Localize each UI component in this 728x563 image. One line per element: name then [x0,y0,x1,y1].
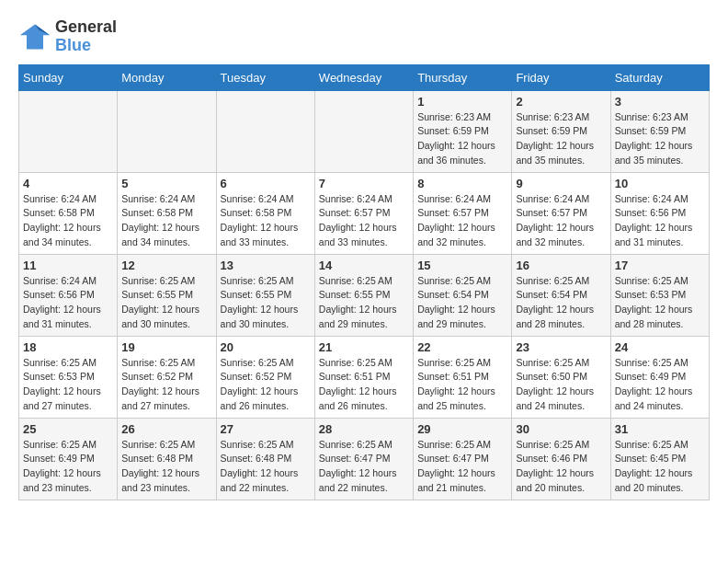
day-number: 1 [417,95,507,109]
day-info: Sunrise: 6:25 AMSunset: 6:46 PMDaylight:… [516,438,606,496]
day-info: Sunrise: 6:25 AMSunset: 6:48 PMDaylight:… [121,438,211,496]
day-number: 5 [121,177,211,190]
day-info: Sunrise: 6:25 AMSunset: 6:55 PMDaylight:… [121,274,211,332]
calendar-table: SundayMondayTuesdayWednesdayThursdayFrid… [18,64,710,500]
calendar-cell: 19Sunrise: 6:25 AMSunset: 6:52 PMDayligh… [118,336,216,418]
calendar-cell: 1Sunrise: 6:23 AMSunset: 6:59 PMDaylight… [414,90,512,172]
day-number: 18 [23,340,113,354]
day-info: Sunrise: 6:25 AMSunset: 6:51 PMDaylight:… [417,356,507,414]
day-info: Sunrise: 6:25 AMSunset: 6:50 PMDaylight:… [516,356,606,414]
day-number: 19 [121,340,211,354]
day-of-week-header: Tuesday [216,64,314,90]
day-number: 29 [417,422,507,436]
calendar-cell: 14Sunrise: 6:25 AMSunset: 6:55 PMDayligh… [314,254,413,336]
calendar-cell: 18Sunrise: 6:25 AMSunset: 6:53 PMDayligh… [19,336,118,418]
calendar-week-row: 25Sunrise: 6:25 AMSunset: 6:49 PMDayligh… [19,418,710,500]
calendar-cell: 27Sunrise: 6:25 AMSunset: 6:48 PMDayligh… [216,418,314,500]
day-info: Sunrise: 6:25 AMSunset: 6:48 PMDaylight:… [221,438,311,496]
logo: General Blue [18,18,117,55]
day-number: 8 [417,177,507,190]
day-number: 11 [23,259,113,272]
calendar-cell: 10Sunrise: 6:24 AMSunset: 6:56 PMDayligh… [610,172,709,254]
day-info: Sunrise: 6:23 AMSunset: 6:59 PMDaylight:… [516,110,606,168]
day-number: 25 [23,422,113,436]
day-info: Sunrise: 6:25 AMSunset: 6:53 PMDaylight:… [23,356,113,414]
day-info: Sunrise: 6:25 AMSunset: 6:45 PMDaylight:… [615,438,705,496]
day-of-week-header: Friday [512,64,610,90]
calendar-cell: 11Sunrise: 6:24 AMSunset: 6:56 PMDayligh… [19,254,118,336]
day-number: 6 [221,177,311,190]
day-info: Sunrise: 6:24 AMSunset: 6:58 PMDaylight:… [23,192,113,250]
day-number: 31 [615,422,705,436]
calendar-cell: 28Sunrise: 6:25 AMSunset: 6:47 PMDayligh… [314,418,413,500]
calendar-body: 1Sunrise: 6:23 AMSunset: 6:59 PMDaylight… [19,90,710,500]
calendar-cell: 31Sunrise: 6:25 AMSunset: 6:45 PMDayligh… [610,418,709,500]
day-info: Sunrise: 6:24 AMSunset: 6:57 PMDaylight:… [516,192,606,250]
calendar-cell: 16Sunrise: 6:25 AMSunset: 6:54 PMDayligh… [512,254,610,336]
calendar-week-row: 1Sunrise: 6:23 AMSunset: 6:59 PMDaylight… [19,90,710,172]
day-number: 13 [221,259,311,272]
day-number: 12 [121,259,211,272]
day-number: 15 [417,259,507,272]
day-number: 23 [516,340,606,354]
calendar-cell: 21Sunrise: 6:25 AMSunset: 6:51 PMDayligh… [314,336,413,418]
calendar-cell: 26Sunrise: 6:25 AMSunset: 6:48 PMDayligh… [118,418,216,500]
day-number: 9 [516,177,606,190]
calendar-cell: 24Sunrise: 6:25 AMSunset: 6:49 PMDayligh… [610,336,709,418]
day-info: Sunrise: 6:23 AMSunset: 6:59 PMDaylight:… [417,110,507,168]
days-of-week-row: SundayMondayTuesdayWednesdayThursdayFrid… [19,64,710,90]
day-of-week-header: Saturday [610,64,709,90]
calendar-cell: 12Sunrise: 6:25 AMSunset: 6:55 PMDayligh… [118,254,216,336]
day-info: Sunrise: 6:24 AMSunset: 6:58 PMDaylight:… [221,192,311,250]
day-info: Sunrise: 6:25 AMSunset: 6:52 PMDaylight:… [221,356,311,414]
calendar-cell: 23Sunrise: 6:25 AMSunset: 6:50 PMDayligh… [512,336,610,418]
day-info: Sunrise: 6:25 AMSunset: 6:47 PMDaylight:… [417,438,507,496]
day-number: 27 [221,422,311,436]
logo-bird-icon [18,20,51,53]
logo-text: General Blue [55,18,117,55]
day-info: Sunrise: 6:24 AMSunset: 6:56 PMDaylight:… [615,192,705,250]
calendar-cell: 15Sunrise: 6:25 AMSunset: 6:54 PMDayligh… [414,254,512,336]
calendar-cell [118,90,216,172]
day-of-week-header: Wednesday [314,64,413,90]
day-number: 21 [319,340,409,354]
calendar-cell: 9Sunrise: 6:24 AMSunset: 6:57 PMDaylight… [512,172,610,254]
day-info: Sunrise: 6:25 AMSunset: 6:52 PMDaylight:… [121,356,211,414]
day-info: Sunrise: 6:25 AMSunset: 6:55 PMDaylight:… [221,274,311,332]
calendar-cell: 7Sunrise: 6:24 AMSunset: 6:57 PMDaylight… [314,172,413,254]
day-info: Sunrise: 6:25 AMSunset: 6:55 PMDaylight:… [319,274,409,332]
day-number: 10 [615,177,705,190]
day-number: 14 [319,259,409,272]
day-info: Sunrise: 6:24 AMSunset: 6:57 PMDaylight:… [319,192,409,250]
calendar-week-row: 11Sunrise: 6:24 AMSunset: 6:56 PMDayligh… [19,254,710,336]
day-number: 30 [516,422,606,436]
calendar-cell: 30Sunrise: 6:25 AMSunset: 6:46 PMDayligh… [512,418,610,500]
day-number: 16 [516,259,606,272]
calendar-cell [19,90,118,172]
calendar-cell: 13Sunrise: 6:25 AMSunset: 6:55 PMDayligh… [216,254,314,336]
day-info: Sunrise: 6:25 AMSunset: 6:47 PMDaylight:… [319,438,409,496]
calendar-cell: 8Sunrise: 6:24 AMSunset: 6:57 PMDaylight… [414,172,512,254]
day-number: 7 [319,177,409,190]
day-number: 3 [615,95,705,109]
day-number: 17 [615,259,705,272]
day-number: 2 [516,95,606,109]
day-info: Sunrise: 6:25 AMSunset: 6:49 PMDaylight:… [23,438,113,496]
day-of-week-header: Sunday [19,64,118,90]
calendar-cell: 22Sunrise: 6:25 AMSunset: 6:51 PMDayligh… [414,336,512,418]
calendar-week-row: 4Sunrise: 6:24 AMSunset: 6:58 PMDaylight… [19,172,710,254]
day-number: 28 [319,422,409,436]
day-info: Sunrise: 6:24 AMSunset: 6:57 PMDaylight:… [417,192,507,250]
day-number: 26 [121,422,211,436]
day-info: Sunrise: 6:25 AMSunset: 6:53 PMDaylight:… [615,274,705,332]
day-info: Sunrise: 6:25 AMSunset: 6:51 PMDaylight:… [319,356,409,414]
day-info: Sunrise: 6:23 AMSunset: 6:59 PMDaylight:… [615,110,705,168]
calendar-cell: 2Sunrise: 6:23 AMSunset: 6:59 PMDaylight… [512,90,610,172]
calendar-cell: 17Sunrise: 6:25 AMSunset: 6:53 PMDayligh… [610,254,709,336]
calendar-cell: 3Sunrise: 6:23 AMSunset: 6:59 PMDaylight… [610,90,709,172]
svg-marker-0 [20,24,50,49]
calendar-cell [216,90,314,172]
calendar-cell: 6Sunrise: 6:24 AMSunset: 6:58 PMDaylight… [216,172,314,254]
day-info: Sunrise: 6:24 AMSunset: 6:58 PMDaylight:… [121,192,211,250]
calendar-cell: 20Sunrise: 6:25 AMSunset: 6:52 PMDayligh… [216,336,314,418]
